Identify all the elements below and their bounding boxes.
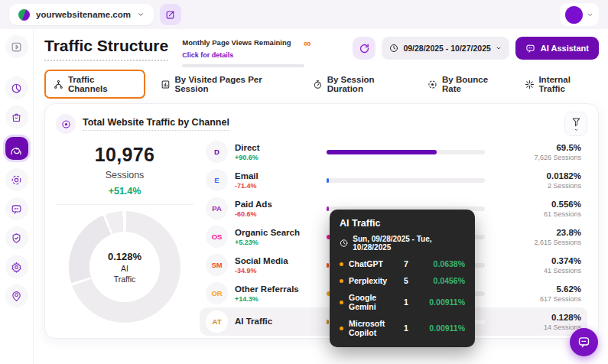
tab-bounce-rate[interactable]: By Bounce Rate xyxy=(428,75,509,93)
channel-percent: 0.556% xyxy=(494,200,581,209)
tooltip-source-count: 7 xyxy=(404,259,419,268)
sidebar-item-settings[interactable] xyxy=(5,255,28,278)
channel-donut-chart[interactable]: 0.128% AI Traffic xyxy=(69,211,180,323)
tab-visited-pages[interactable]: By Visited Pages Per Session xyxy=(161,75,297,93)
total-sessions-label: Sessions xyxy=(106,170,145,180)
tooltip-source-count: 1 xyxy=(404,297,419,307)
chevron-down-icon xyxy=(137,11,145,18)
bullet-icon xyxy=(340,262,343,266)
filter-icon xyxy=(571,117,581,131)
sidebar-item-traffic[interactable] xyxy=(5,137,28,160)
page-header: Traffic Structure Monthly Page Views Rem… xyxy=(44,34,599,67)
target-icon xyxy=(11,174,22,186)
quota-label: Monthly Page Views Remaining xyxy=(182,38,291,47)
channel-change: -71.4% xyxy=(235,182,258,190)
bullet-icon xyxy=(340,327,343,330)
refresh-icon xyxy=(359,43,370,54)
channel-name: Direct xyxy=(235,143,260,153)
channel-percent: 0.374% xyxy=(494,256,581,265)
tooltip-source-name: Microsoft Copilot xyxy=(349,319,404,337)
summary-column: 10,976 Sessions +51.4% 0.128% AI Traffic xyxy=(56,138,193,336)
channel-bar-fill xyxy=(327,178,329,183)
user-location-icon xyxy=(11,291,22,302)
sidebar xyxy=(0,29,34,364)
domain-selector[interactable]: yourwebsitename.com xyxy=(9,4,154,25)
app-window: yourwebsitename.com xyxy=(0,0,608,364)
channel-code-badge: AT xyxy=(206,310,228,333)
pie-chart-icon xyxy=(11,83,22,94)
channel-percent: 5.62% xyxy=(494,284,581,294)
donut-center-percent: 0.128% xyxy=(108,251,141,262)
tooltip-source-percent: 0.0456% xyxy=(419,276,465,285)
tooltip-row: Google Gemini 1 0.00911% xyxy=(340,293,465,311)
channel-sessions: 14 Sessions xyxy=(494,323,581,331)
channel-name: Social Media xyxy=(235,256,288,266)
chat-icon xyxy=(525,44,535,54)
sidebar-item-goals[interactable] xyxy=(5,168,28,191)
chevron-down-icon xyxy=(496,45,502,51)
sidebar-item-messages[interactable] xyxy=(5,197,28,220)
tab-traffic-channels[interactable]: Traffic Channels xyxy=(44,70,145,99)
ai-assistant-button[interactable]: AI Assistant xyxy=(515,37,599,60)
chevron-down-icon xyxy=(587,11,593,18)
internal-traffic-icon xyxy=(525,80,535,89)
page-title: Traffic Structure xyxy=(44,37,168,61)
channel-sessions: 2,615 Sessions xyxy=(494,239,581,246)
chat-icon xyxy=(11,203,22,215)
refresh-button[interactable] xyxy=(353,37,376,60)
filter-button[interactable] xyxy=(564,112,587,136)
channel-name: Email xyxy=(235,171,258,181)
channel-row[interactable]: E Email -71.4% 0.0182% 2 Sessions xyxy=(200,166,587,194)
report-tabs: Traffic Channels By Visited Pages Per Se… xyxy=(44,73,599,96)
ai-assistant-label: AI Assistant xyxy=(541,44,589,53)
tooltip-row: ChatGPT 7 0.0638% xyxy=(340,259,465,268)
channel-row[interactable]: D Direct +90.6% 69.5% 7,626 Sessions xyxy=(200,138,587,166)
tab-label: By Visited Pages Per Session xyxy=(175,75,297,93)
date-range-picker[interactable]: 09/28/2025 - 10/27/2025 xyxy=(382,37,509,60)
tab-label: Internal Traffic xyxy=(538,75,599,93)
sidebar-item-visitors[interactable] xyxy=(5,284,28,307)
channel-percent: 0.0182% xyxy=(494,171,581,180)
tooltip-source-percent: 0.00911% xyxy=(419,323,465,333)
channel-bar-fill xyxy=(327,263,329,268)
domain-name: yourwebsitename.com xyxy=(36,10,131,19)
donut-center-line2: Traffic xyxy=(114,275,136,284)
channels-icon xyxy=(54,80,63,89)
tooltip-source-percent: 0.00911% xyxy=(419,297,465,307)
sidebar-item-orders[interactable] xyxy=(5,106,28,128)
donut-center-label: 0.128% AI Traffic xyxy=(89,232,160,302)
channel-change: -34.9% xyxy=(235,267,288,275)
divider xyxy=(56,204,193,205)
panel-expand-icon[interactable] xyxy=(5,35,28,58)
channel-name: Organic Search xyxy=(235,228,300,238)
channel-bar-fill xyxy=(327,150,437,154)
quota-details-link[interactable]: Click for details xyxy=(182,51,233,59)
user-menu[interactable] xyxy=(560,3,599,26)
tab-internal-traffic[interactable]: Internal Traffic xyxy=(525,75,599,93)
traffic-by-channel-card: Total Website Traffic by Channel 10,976 … xyxy=(44,103,599,339)
pages-icon xyxy=(161,80,171,89)
channel-percent: 23.8% xyxy=(494,228,581,237)
tooltip-source-name: Google Gemini xyxy=(349,293,404,311)
bullet-icon xyxy=(340,301,343,304)
donut-center-line1: AI xyxy=(121,264,128,273)
chat-fab-button[interactable] xyxy=(570,328,598,356)
shield-check-icon xyxy=(11,232,22,244)
traffic-radar-icon xyxy=(11,142,23,154)
tab-label: By Bounce Rate xyxy=(442,75,509,93)
sidebar-item-security[interactable] xyxy=(5,226,28,249)
channel-code-badge: PA xyxy=(206,197,228,219)
channel-sessions: 61 Sessions xyxy=(494,210,581,218)
open-site-button[interactable] xyxy=(160,4,181,25)
channel-bar-fill xyxy=(327,320,329,324)
channel-sessions: 7,626 Sessions xyxy=(494,154,581,161)
channel-code-badge: OS xyxy=(206,226,228,248)
channel-bar xyxy=(327,178,485,183)
clock-icon xyxy=(389,44,398,53)
channel-bar xyxy=(327,150,485,154)
channel-code-badge: OR xyxy=(206,282,228,304)
tooltip-source-count: 1 xyxy=(404,323,419,333)
total-sessions-value: 10,976 xyxy=(95,144,154,166)
tab-session-duration[interactable]: By Session Duration xyxy=(313,75,412,93)
sidebar-item-dashboard[interactable] xyxy=(5,76,28,99)
